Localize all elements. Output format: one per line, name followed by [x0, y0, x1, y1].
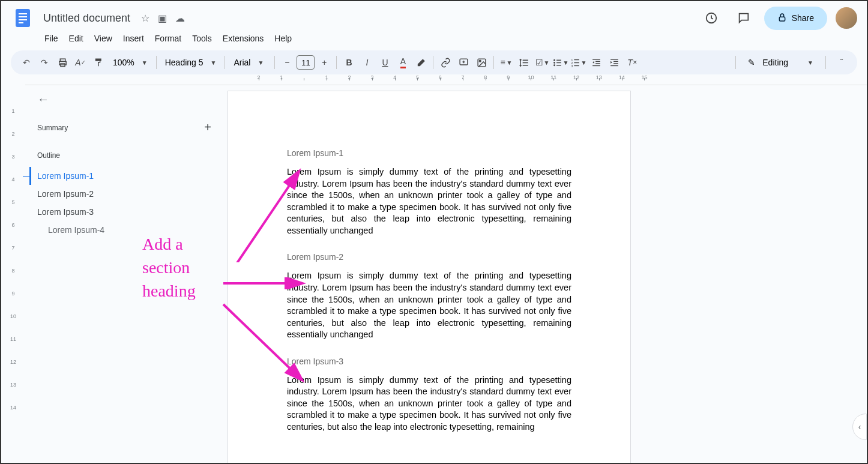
section-body[interactable]: Lorem Ipsum is simply dummy text of the …	[287, 166, 571, 237]
summary-label: Summary	[37, 124, 68, 132]
collapse-toolbar-button[interactable]: ˆ	[833, 54, 850, 71]
font-decrease-button[interactable]: −	[279, 54, 295, 71]
outline-item[interactable]: Lorem Ipsum-1	[29, 167, 211, 185]
svg-rect-16	[556, 59, 561, 60]
zoom-select[interactable]: 100%▼	[108, 58, 152, 67]
svg-rect-31	[613, 63, 618, 64]
section-heading[interactable]: Lorem Ipsum-2	[287, 252, 571, 262]
align-button[interactable]: ≡▼	[498, 54, 514, 71]
section-heading[interactable]: Lorem Ipsum-1	[287, 148, 571, 158]
svg-rect-18	[556, 65, 561, 65]
style-select[interactable]: Heading 5▼	[160, 58, 222, 67]
svg-text:1: 1	[571, 58, 573, 61]
horizontal-ruler[interactable]: 21123456789101112131415	[25, 74, 867, 85]
svg-rect-22	[574, 59, 579, 59]
outline-item[interactable]: Lorem Ipsum-2	[37, 185, 211, 203]
document-title[interactable]: Untitled document	[40, 11, 134, 26]
font-increase-button[interactable]: +	[316, 54, 333, 71]
section-body[interactable]: Lorem Ipsum is simply dummy text of the …	[287, 375, 571, 433]
lock-icon	[777, 13, 787, 24]
cloud-status-icon[interactable]: ☁	[175, 13, 185, 24]
svg-point-12	[479, 60, 481, 62]
svg-rect-30	[613, 61, 618, 61]
annotation-text: Add asectionheading	[142, 232, 196, 303]
svg-rect-26	[595, 61, 600, 61]
svg-rect-23	[574, 62, 579, 62]
section-heading[interactable]: Lorem Ipsum-3	[287, 357, 571, 366]
menu-format[interactable]: Format	[150, 31, 186, 46]
svg-text:3: 3	[571, 64, 573, 67]
add-summary-button[interactable]: +	[204, 121, 211, 134]
link-button[interactable]	[437, 54, 454, 71]
text-color-button[interactable]: A	[394, 54, 411, 71]
svg-rect-25	[592, 59, 600, 59]
indent-decrease-button[interactable]	[588, 54, 604, 71]
spellcheck-button[interactable]: A✓	[72, 54, 89, 71]
docs-logo-icon[interactable]	[11, 6, 35, 30]
mode-select[interactable]: ✎ Editing ▼	[743, 58, 818, 67]
bulleted-list-button[interactable]: ▼	[552, 54, 568, 71]
share-button[interactable]: Share	[764, 7, 827, 30]
menu-help[interactable]: Help	[270, 31, 297, 46]
indent-increase-button[interactable]	[606, 54, 622, 71]
svg-point-14	[553, 62, 555, 64]
undo-button[interactable]: ↶	[18, 54, 35, 71]
outline-item[interactable]: Lorem Ipsum-3	[37, 203, 211, 221]
svg-rect-4	[19, 22, 23, 23]
svg-text:2: 2	[571, 61, 573, 64]
line-spacing-button[interactable]	[516, 54, 532, 71]
svg-rect-28	[592, 65, 600, 65]
font-select[interactable]: Arial▼	[229, 58, 271, 67]
svg-rect-6	[779, 17, 785, 21]
font-size-input[interactable]: 11	[297, 55, 315, 70]
toolbar: ↶ ↷ A✓ 100%▼ Heading 5▼ Arial▼ − 11 + B …	[11, 50, 857, 74]
move-icon[interactable]: ▣	[158, 13, 167, 24]
menubar: File Edit View Insert Format Tools Exten…	[11, 30, 857, 50]
underline-button[interactable]: U	[376, 54, 393, 71]
section-body[interactable]: Lorem Ipsum is simply dummy text of the …	[287, 270, 571, 340]
highlight-button[interactable]	[412, 54, 429, 71]
outline-item[interactable]: Lorem Ipsum-4	[37, 221, 211, 239]
print-button[interactable]	[54, 54, 71, 71]
outline-label: Outline	[37, 151, 211, 160]
comments-icon[interactable]	[732, 6, 756, 30]
menu-insert[interactable]: Insert	[118, 31, 149, 46]
svg-rect-1	[19, 13, 27, 14]
numbered-list-button[interactable]: 123▼	[570, 54, 586, 71]
svg-rect-29	[610, 59, 618, 59]
history-icon[interactable]	[699, 6, 723, 30]
comment-button[interactable]	[455, 54, 472, 71]
menu-edit[interactable]: Edit	[64, 31, 88, 46]
svg-rect-32	[610, 65, 618, 65]
svg-point-15	[553, 64, 555, 66]
svg-rect-17	[556, 62, 561, 62]
checklist-button[interactable]: ☑▼	[534, 54, 550, 71]
svg-rect-24	[574, 65, 579, 65]
svg-rect-0	[16, 9, 30, 27]
menu-tools[interactable]: Tools	[187, 31, 217, 46]
image-button[interactable]	[473, 54, 490, 71]
italic-button[interactable]: I	[358, 54, 375, 71]
svg-rect-2	[19, 16, 27, 17]
avatar[interactable]	[836, 7, 857, 29]
paint-format-button[interactable]	[90, 54, 107, 71]
menu-file[interactable]: File	[40, 31, 63, 46]
menu-extensions[interactable]: Extensions	[218, 31, 268, 46]
redo-button[interactable]: ↷	[36, 54, 53, 71]
pencil-icon: ✎	[748, 58, 755, 67]
vertical-ruler[interactable]: 1234567891011121314	[1, 85, 25, 464]
bold-button[interactable]: B	[340, 54, 357, 71]
svg-point-13	[553, 59, 555, 61]
svg-rect-27	[595, 63, 600, 64]
star-icon[interactable]: ☆	[141, 13, 149, 24]
share-label: Share	[792, 13, 814, 23]
clear-format-button[interactable]: T✕	[624, 54, 640, 71]
outline-panel: ← Summary + Outline Lorem Ipsum-1Lorem I…	[25, 85, 223, 464]
document-page[interactable]: Lorem Ipsum-1Lorem Ipsum is simply dummy…	[228, 91, 630, 464]
svg-rect-3	[19, 19, 27, 20]
outline-back-button[interactable]: ←	[37, 92, 211, 106]
menu-view[interactable]: View	[89, 31, 117, 46]
